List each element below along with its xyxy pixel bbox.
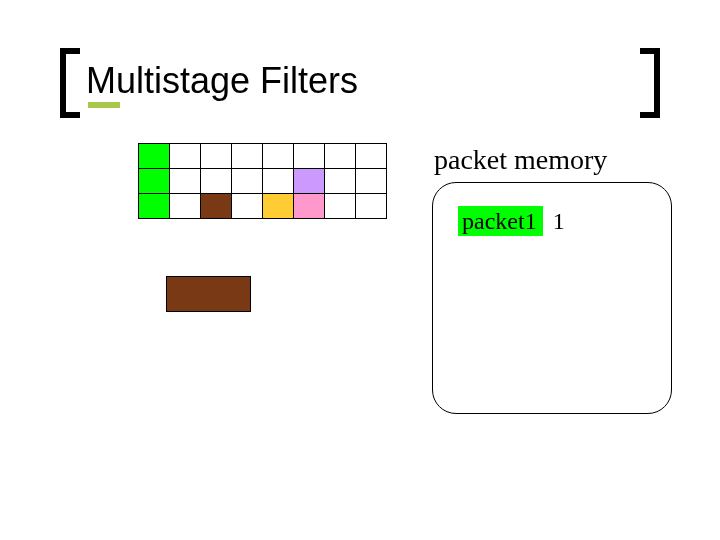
filter-cell xyxy=(139,194,170,219)
filter-grid xyxy=(138,143,387,219)
filter-cell xyxy=(294,144,325,169)
filter-cell xyxy=(294,169,325,194)
filter-cell xyxy=(201,169,232,194)
filter-cell xyxy=(201,144,232,169)
filter-cell xyxy=(325,194,356,219)
filter-cell xyxy=(232,194,263,219)
filter-cell xyxy=(170,169,201,194)
filter-cell xyxy=(263,144,294,169)
title-bracket-right-icon xyxy=(640,48,660,118)
slide-title: Multistage Filters xyxy=(86,60,358,102)
filter-cell xyxy=(232,169,263,194)
filter-cell xyxy=(170,144,201,169)
filter-cell xyxy=(263,169,294,194)
filter-cell xyxy=(356,194,387,219)
packet-memory-label: packet memory xyxy=(434,144,607,176)
packet-block-icon xyxy=(166,276,251,312)
filter-cell xyxy=(232,144,263,169)
filter-cell xyxy=(356,144,387,169)
title-accent-bar xyxy=(88,102,120,108)
filter-cell xyxy=(294,194,325,219)
packet-entry-count: 1 xyxy=(543,206,575,236)
title-bracket-left-icon xyxy=(60,48,80,118)
filter-cell xyxy=(356,169,387,194)
filter-cell xyxy=(325,144,356,169)
slide-title-wrap: Multistage Filters xyxy=(60,52,660,122)
filter-cell xyxy=(325,169,356,194)
filter-cell xyxy=(201,194,232,219)
filter-cell xyxy=(263,194,294,219)
filter-cell xyxy=(139,169,170,194)
filter-cell xyxy=(170,194,201,219)
filter-grid-table xyxy=(138,143,387,219)
packet-memory-entry: packet1 1 xyxy=(458,206,575,236)
packet-entry-name: packet1 xyxy=(458,206,543,236)
filter-cell xyxy=(139,144,170,169)
